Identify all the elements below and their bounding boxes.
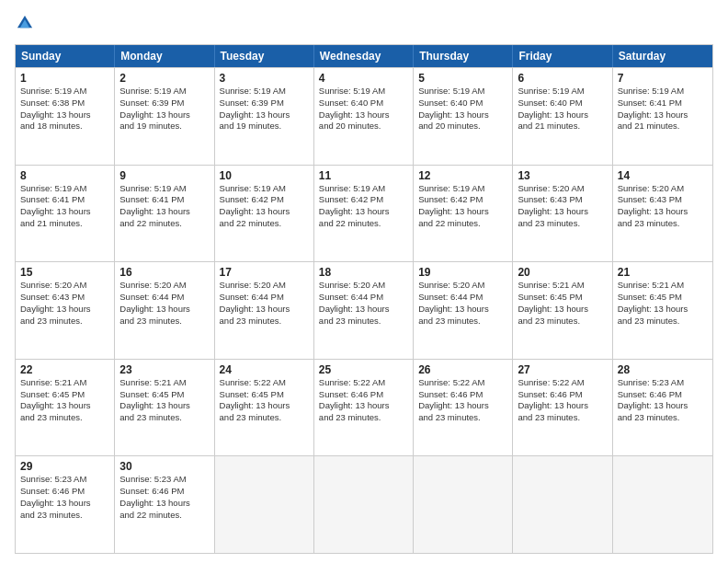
- day-info: Sunrise: 5:20 AM Sunset: 6:44 PM Dayligh…: [319, 280, 408, 327]
- calendar-row: 8Sunrise: 5:19 AM Sunset: 6:41 PM Daylig…: [16, 165, 712, 262]
- calendar-cell: 5Sunrise: 5:19 AM Sunset: 6:40 PM Daylig…: [414, 68, 513, 165]
- day-number: 10: [220, 169, 309, 182]
- day-number: 28: [618, 363, 708, 376]
- day-info: Sunrise: 5:21 AM Sunset: 6:45 PM Dayligh…: [618, 280, 708, 327]
- calendar-cell: 23Sunrise: 5:21 AM Sunset: 6:45 PM Dayli…: [115, 360, 214, 456]
- day-number: 26: [418, 363, 507, 376]
- day-info: Sunrise: 5:23 AM Sunset: 6:46 PM Dayligh…: [119, 474, 209, 521]
- calendar-cell: 15Sunrise: 5:20 AM Sunset: 6:43 PM Dayli…: [16, 262, 115, 359]
- calendar-cell: 9Sunrise: 5:19 AM Sunset: 6:41 PM Daylig…: [115, 166, 214, 262]
- calendar-cell: 21Sunrise: 5:21 AM Sunset: 6:45 PM Dayli…: [613, 262, 712, 359]
- day-number: 21: [618, 266, 708, 279]
- day-number: 12: [418, 169, 507, 182]
- day-info: Sunrise: 5:19 AM Sunset: 6:42 PM Dayligh…: [220, 183, 309, 230]
- day-info: Sunrise: 5:20 AM Sunset: 6:44 PM Dayligh…: [418, 280, 507, 327]
- calendar-cell: 19Sunrise: 5:20 AM Sunset: 6:44 PM Dayli…: [414, 262, 513, 359]
- calendar-cell: 16Sunrise: 5:20 AM Sunset: 6:44 PM Dayli…: [115, 262, 214, 359]
- calendar-cell: 27Sunrise: 5:22 AM Sunset: 6:46 PM Dayli…: [513, 360, 612, 456]
- day-info: Sunrise: 5:19 AM Sunset: 6:38 PM Dayligh…: [20, 86, 109, 132]
- day-number: 7: [618, 72, 708, 85]
- calendar-cell: 7Sunrise: 5:19 AM Sunset: 6:41 PM Daylig…: [613, 68, 712, 165]
- day-number: 5: [418, 72, 507, 85]
- calendar-cell: 10Sunrise: 5:19 AM Sunset: 6:42 PM Dayli…: [215, 166, 314, 262]
- day-number: 8: [20, 169, 109, 182]
- day-number: 17: [220, 266, 309, 279]
- day-number: 15: [20, 266, 109, 279]
- day-number: 1: [20, 72, 109, 85]
- day-number: 23: [119, 363, 209, 376]
- weekday-header-friday: Friday: [513, 45, 612, 67]
- calendar-body: 1Sunrise: 5:19 AM Sunset: 6:38 PM Daylig…: [16, 67, 712, 553]
- day-number: 27: [518, 363, 607, 376]
- day-info: Sunrise: 5:19 AM Sunset: 6:39 PM Dayligh…: [220, 86, 309, 132]
- day-info: Sunrise: 5:19 AM Sunset: 6:41 PM Dayligh…: [20, 183, 109, 230]
- weekday-header-thursday: Thursday: [414, 45, 513, 67]
- calendar-row: 15Sunrise: 5:20 AM Sunset: 6:43 PM Dayli…: [16, 261, 712, 359]
- calendar-cell: 30Sunrise: 5:23 AM Sunset: 6:46 PM Dayli…: [115, 456, 214, 553]
- logo: [15, 13, 39, 35]
- calendar-cell: 26Sunrise: 5:22 AM Sunset: 6:46 PM Dayli…: [414, 360, 513, 456]
- day-info: Sunrise: 5:23 AM Sunset: 6:46 PM Dayligh…: [20, 474, 109, 521]
- day-info: Sunrise: 5:22 AM Sunset: 6:46 PM Dayligh…: [319, 377, 408, 424]
- day-info: Sunrise: 5:21 AM Sunset: 6:45 PM Dayligh…: [518, 280, 607, 327]
- day-info: Sunrise: 5:19 AM Sunset: 6:40 PM Dayligh…: [518, 86, 607, 132]
- day-info: Sunrise: 5:21 AM Sunset: 6:45 PM Dayligh…: [119, 377, 209, 424]
- weekday-header-wednesday: Wednesday: [314, 45, 414, 67]
- calendar-cell: 18Sunrise: 5:20 AM Sunset: 6:44 PM Dayli…: [314, 262, 414, 359]
- calendar-cell: 17Sunrise: 5:20 AM Sunset: 6:44 PM Dayli…: [215, 262, 314, 359]
- day-number: 20: [518, 266, 607, 279]
- day-info: Sunrise: 5:20 AM Sunset: 6:44 PM Dayligh…: [220, 280, 309, 327]
- day-number: 2: [119, 72, 209, 85]
- calendar-cell: 28Sunrise: 5:23 AM Sunset: 6:46 PM Dayli…: [613, 360, 712, 456]
- calendar-cell: [613, 456, 712, 553]
- calendar-row: 29Sunrise: 5:23 AM Sunset: 6:46 PM Dayli…: [16, 455, 712, 553]
- day-info: Sunrise: 5:20 AM Sunset: 6:44 PM Dayligh…: [119, 280, 209, 327]
- day-number: 25: [319, 363, 408, 376]
- day-number: 3: [220, 72, 309, 85]
- day-info: Sunrise: 5:19 AM Sunset: 6:42 PM Dayligh…: [319, 183, 408, 230]
- day-number: 22: [20, 363, 109, 376]
- day-number: 18: [319, 266, 408, 279]
- day-number: 30: [119, 460, 209, 473]
- day-number: 14: [618, 169, 708, 182]
- calendar-cell: [414, 456, 513, 553]
- page-header: [15, 13, 713, 35]
- day-number: 24: [220, 363, 309, 376]
- weekday-header-saturday: Saturday: [613, 45, 712, 67]
- day-info: Sunrise: 5:19 AM Sunset: 6:41 PM Dayligh…: [119, 183, 209, 230]
- weekday-header-sunday: Sunday: [16, 45, 115, 67]
- calendar-cell: 8Sunrise: 5:19 AM Sunset: 6:41 PM Daylig…: [16, 166, 115, 262]
- calendar-cell: 24Sunrise: 5:22 AM Sunset: 6:45 PM Dayli…: [215, 360, 314, 456]
- day-info: Sunrise: 5:20 AM Sunset: 6:43 PM Dayligh…: [518, 183, 607, 230]
- weekday-header-tuesday: Tuesday: [215, 45, 314, 67]
- day-info: Sunrise: 5:21 AM Sunset: 6:45 PM Dayligh…: [20, 377, 109, 424]
- day-number: 29: [20, 460, 109, 473]
- day-info: Sunrise: 5:20 AM Sunset: 6:43 PM Dayligh…: [20, 280, 109, 327]
- day-info: Sunrise: 5:19 AM Sunset: 6:42 PM Dayligh…: [418, 183, 507, 230]
- calendar-header: SundayMondayTuesdayWednesdayThursdayFrid…: [16, 45, 712, 67]
- day-number: 13: [518, 169, 607, 182]
- calendar-cell: 3Sunrise: 5:19 AM Sunset: 6:39 PM Daylig…: [215, 68, 314, 165]
- day-info: Sunrise: 5:22 AM Sunset: 6:46 PM Dayligh…: [418, 377, 507, 424]
- day-number: 16: [119, 266, 209, 279]
- weekday-header-monday: Monday: [115, 45, 214, 67]
- day-info: Sunrise: 5:22 AM Sunset: 6:46 PM Dayligh…: [518, 377, 607, 424]
- calendar-row: 1Sunrise: 5:19 AM Sunset: 6:38 PM Daylig…: [16, 67, 712, 165]
- calendar-cell: 4Sunrise: 5:19 AM Sunset: 6:40 PM Daylig…: [314, 68, 414, 165]
- calendar: SundayMondayTuesdayWednesdayThursdayFrid…: [15, 44, 713, 554]
- day-info: Sunrise: 5:19 AM Sunset: 6:40 PM Dayligh…: [319, 86, 408, 132]
- day-info: Sunrise: 5:19 AM Sunset: 6:40 PM Dayligh…: [418, 86, 507, 132]
- day-info: Sunrise: 5:22 AM Sunset: 6:45 PM Dayligh…: [220, 377, 309, 424]
- day-info: Sunrise: 5:19 AM Sunset: 6:39 PM Dayligh…: [119, 86, 209, 132]
- calendar-cell: 29Sunrise: 5:23 AM Sunset: 6:46 PM Dayli…: [16, 456, 115, 553]
- day-number: 4: [319, 72, 408, 85]
- calendar-cell: 12Sunrise: 5:19 AM Sunset: 6:42 PM Dayli…: [414, 166, 513, 262]
- calendar-cell: 13Sunrise: 5:20 AM Sunset: 6:43 PM Dayli…: [513, 166, 612, 262]
- day-number: 11: [319, 169, 408, 182]
- day-info: Sunrise: 5:23 AM Sunset: 6:46 PM Dayligh…: [618, 377, 708, 424]
- logo-icon: [15, 13, 35, 33]
- calendar-cell: 25Sunrise: 5:22 AM Sunset: 6:46 PM Dayli…: [314, 360, 414, 456]
- day-number: 6: [518, 72, 607, 85]
- day-info: Sunrise: 5:19 AM Sunset: 6:41 PM Dayligh…: [618, 86, 708, 132]
- day-info: Sunrise: 5:20 AM Sunset: 6:43 PM Dayligh…: [618, 183, 708, 230]
